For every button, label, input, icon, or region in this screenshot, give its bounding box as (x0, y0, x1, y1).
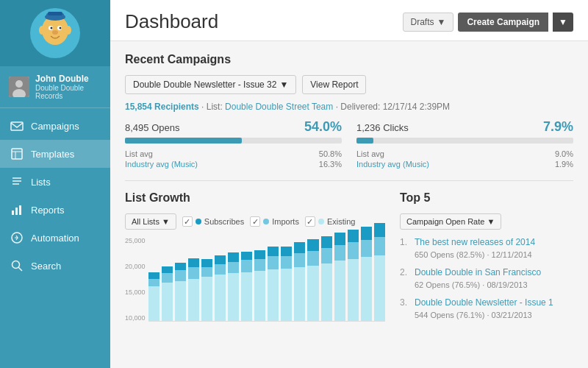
create-campaign-arrow[interactable]: ▼ (553, 13, 573, 32)
top5-content: Double Double Newsletter - Issue 1 544 O… (415, 297, 573, 320)
sidebar-item-templates[interactable]: Templates (0, 140, 110, 168)
sidebar-item-campaigns[interactable]: Campaigns (0, 112, 110, 140)
bar-group (148, 272, 159, 321)
sidebar-logo (0, 0, 110, 66)
dashboard-content: Recent Campaigns Double Double Newslette… (110, 41, 588, 339)
drafts-button[interactable]: Drafts ▼ (403, 13, 454, 32)
chevron-down-icon: ▼ (162, 217, 170, 226)
opens-list-avg-label: List avg (125, 149, 153, 158)
clicks-progress-bg (356, 138, 573, 144)
campaigns-label: Campaigns (31, 121, 79, 132)
campaign-select-button[interactable]: Double Double Newsletter - Issue 32 ▼ (125, 75, 296, 94)
opens-industry-val: 16.3% (319, 160, 342, 169)
imports-bar (175, 270, 186, 281)
imports-bar (307, 251, 318, 266)
bar-chart-area: 25,000 20,000 15,000 10,000 (125, 237, 385, 322)
clicks-industry-link[interactable]: Industry avg (Music) (356, 160, 429, 169)
y-axis-labels: 25,000 20,000 15,000 10,000 (125, 237, 146, 322)
top5-num: 2. (400, 267, 410, 290)
chevron-down-icon: ▼ (279, 79, 288, 90)
clicks-stat: 1,236 Clicks 7.9% List avg 9.0% Industry… (356, 119, 573, 170)
existing-bar (175, 281, 186, 321)
top5-link[interactable]: The best new releases of 2014 (415, 237, 573, 247)
svg-rect-22 (12, 210, 14, 215)
sidebar-item-automation[interactable]: Automation (0, 224, 110, 252)
template-icon (10, 147, 24, 160)
automation-label: Automation (31, 233, 79, 244)
imports-bar (374, 237, 385, 255)
bar-group (201, 259, 212, 321)
existing-bar (374, 255, 385, 321)
existing-checkbox[interactable]: ✓ Existing (305, 216, 356, 227)
imports-bar (188, 267, 199, 279)
sidebar-navigation: Campaigns Templates Lists Reports Automa… (0, 108, 110, 283)
imports-bar (241, 260, 252, 272)
svg-line-27 (18, 267, 22, 271)
clicks-details: List avg 9.0% Industry avg (Music) 1.9% (356, 149, 573, 169)
view-report-button[interactable]: View Report (302, 75, 366, 94)
bar-group (268, 247, 279, 321)
sidebar-item-lists[interactable]: Lists (0, 168, 110, 196)
existing-bar (254, 271, 265, 321)
existing-bar (188, 279, 199, 322)
create-campaign-button[interactable]: Create Campaign (458, 13, 548, 32)
bar-group (188, 258, 199, 321)
clicks-progress-fill (356, 138, 373, 144)
automation-icon (10, 231, 24, 244)
recipients-count: 15,854 Recipients (125, 102, 199, 112)
chevron-down-icon: ▼ (437, 17, 446, 27)
bar-group (374, 223, 385, 321)
subscribes-bar (268, 247, 279, 257)
user-info[interactable]: John Double Double Double Records (0, 66, 110, 108)
delivered-time: Delivered: 12/17/14 2:39PM (340, 102, 450, 112)
svg-rect-24 (19, 205, 21, 215)
bar-group (215, 255, 226, 321)
campaign-rate-button[interactable]: Campaign Open Rate ▼ (400, 213, 501, 230)
imports-bar (334, 245, 345, 261)
all-lists-button[interactable]: All Lists ▼ (125, 213, 176, 230)
stats-row: 8,495 Opens 54.0% List avg 50.8% Industr… (125, 119, 573, 170)
bar-chart (148, 237, 385, 322)
imports-checkbox[interactable]: ✓ Imports (250, 216, 299, 227)
user-subtitle: Double Double Records (35, 84, 101, 100)
section-divider (125, 180, 573, 181)
templates-label: Templates (31, 149, 74, 160)
subscribes-bar (374, 223, 385, 237)
opens-industry-link[interactable]: Industry avg (Music) (125, 160, 198, 169)
top5-link[interactable]: Double Double Newsletter - Issue 1 (415, 297, 573, 308)
subscribes-checkbox[interactable]: ✓ Subscribes (182, 216, 244, 227)
subscribes-bar (148, 272, 159, 278)
bar-group (175, 263, 186, 321)
sidebar-item-reports[interactable]: Reports (0, 196, 110, 224)
list-link[interactable]: Double Double Street Team (225, 102, 333, 112)
subscribes-bar (241, 252, 252, 261)
existing-bar (281, 269, 292, 321)
svg-point-13 (15, 80, 23, 88)
svg-rect-23 (15, 208, 18, 215)
campaign-controls: Double Double Newsletter - Issue 32 ▼ Vi… (125, 75, 573, 94)
bar-group (228, 252, 239, 321)
page-title: Dashboard (125, 10, 218, 33)
email-icon (10, 119, 24, 132)
sidebar-item-search[interactable]: Search (0, 252, 110, 280)
clicks-label: 1,236 Clicks (356, 122, 409, 133)
top5-item: 1. The best new releases of 2014 650 Ope… (400, 237, 573, 260)
existing-bar (148, 286, 159, 321)
imports-bar (321, 248, 332, 263)
main-header: Dashboard Drafts ▼ Create Campaign ▼ (110, 0, 588, 41)
user-name: John Double (35, 74, 101, 84)
svg-rect-16 (12, 149, 22, 159)
svg-rect-4 (48, 12, 62, 15)
header-actions: Drafts ▼ Create Campaign ▼ (403, 13, 574, 32)
search-label: Search (31, 261, 61, 272)
svg-point-8 (60, 27, 62, 29)
imports-bar (148, 279, 159, 286)
top5-link[interactable]: Double Double in San Francisco (415, 267, 573, 277)
lists-label: Lists (31, 177, 51, 188)
opens-pct: 54.0% (304, 119, 342, 135)
existing-bar (307, 266, 318, 321)
existing-bar (215, 275, 226, 321)
subscribes-bar (162, 266, 173, 273)
recent-campaigns-title: Recent Campaigns (125, 53, 573, 66)
subscribes-bar (361, 227, 372, 240)
